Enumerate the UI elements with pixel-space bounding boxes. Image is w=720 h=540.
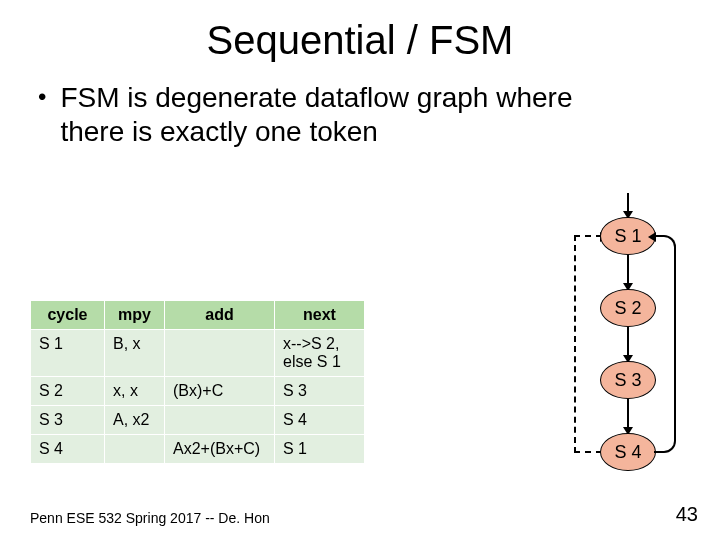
bullet-dot: • <box>38 81 46 113</box>
footer-text: Penn ESE 532 Spring 2017 -- De. Hon <box>30 510 270 526</box>
cell-next: S 3 <box>275 377 365 406</box>
bullet-text: FSM is degenerate dataflow graph where t… <box>60 81 620 148</box>
th-next: next <box>275 301 365 330</box>
arrow-down <box>627 255 629 289</box>
table-row: S 4 Ax2+(Bx+C) S 1 <box>31 435 365 464</box>
cell-add <box>165 330 275 377</box>
fsm-table: cycle mpy add next S 1 B, x x-->S 2, els… <box>30 300 365 464</box>
cell-next: x-->S 2, else S 1 <box>275 330 365 377</box>
cell-add <box>165 406 275 435</box>
cell-cycle: S 2 <box>31 377 105 406</box>
cell-mpy <box>105 435 165 464</box>
cell-add: (Bx)+C <box>165 377 275 406</box>
arrow-down <box>627 327 629 361</box>
cell-cycle: S 1 <box>31 330 105 377</box>
slide-title: Sequential / FSM <box>0 0 720 81</box>
cell-cycle: S 3 <box>31 406 105 435</box>
cell-mpy: A, x2 <box>105 406 165 435</box>
cell-mpy: x, x <box>105 377 165 406</box>
page-number: 43 <box>676 503 698 526</box>
fsm-diagram: S 1 S 2 S 3 S 4 <box>568 205 688 505</box>
arrow-loopback <box>654 235 676 453</box>
th-add: add <box>165 301 275 330</box>
cell-mpy: B, x <box>105 330 165 377</box>
cell-add: Ax2+(Bx+C) <box>165 435 275 464</box>
table-header-row: cycle mpy add next <box>31 301 365 330</box>
th-mpy: mpy <box>105 301 165 330</box>
table-row: S 3 A, x2 S 4 <box>31 406 365 435</box>
arrow-down <box>627 399 629 433</box>
arrow-entry <box>627 193 629 217</box>
bullet-row: • FSM is degenerate dataflow graph where… <box>0 81 720 148</box>
cell-cycle: S 4 <box>31 435 105 464</box>
table-row: S 2 x, x (Bx)+C S 3 <box>31 377 365 406</box>
cell-next: S 1 <box>275 435 365 464</box>
state-node-s3: S 3 <box>600 361 656 399</box>
table-row: S 1 B, x x-->S 2, else S 1 <box>31 330 365 377</box>
state-node-s2: S 2 <box>600 289 656 327</box>
state-node-s4: S 4 <box>600 433 656 471</box>
arrow-self-loop <box>574 235 602 453</box>
th-cycle: cycle <box>31 301 105 330</box>
cell-next: S 4 <box>275 406 365 435</box>
